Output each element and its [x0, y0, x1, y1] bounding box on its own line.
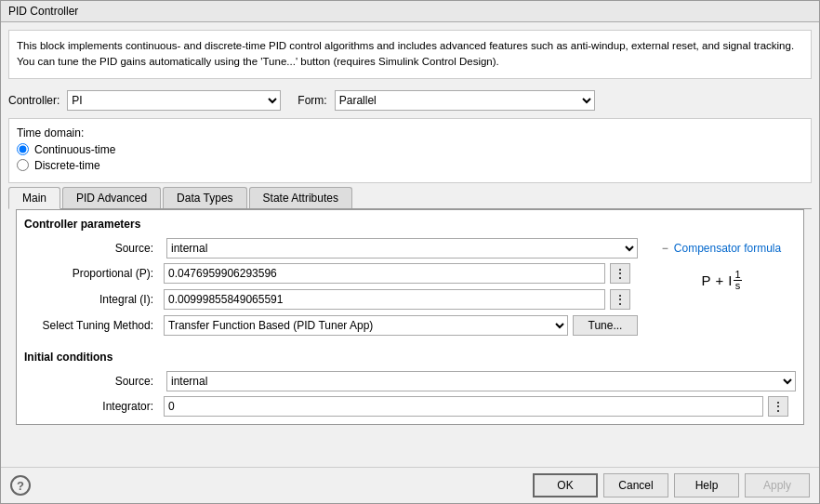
- form-label: Form:: [298, 94, 326, 107]
- tab-state-attributes[interactable]: State Attributes: [249, 187, 352, 208]
- integral-input[interactable]: [164, 289, 605, 310]
- params-left: Source: internal external Proportional (…: [24, 238, 638, 341]
- controller-form-row: Controller: PI P PID PD Form: Parallel I…: [1, 86, 819, 114]
- time-domain-box: Time domain: Continuous-time Discrete-ti…: [8, 118, 812, 183]
- help-button[interactable]: Help: [674, 473, 739, 497]
- help-icon-button[interactable]: ?: [10, 475, 31, 496]
- form-select[interactable]: Parallel Ideal: [335, 90, 595, 111]
- main-panel-wrapper: Controller parameters Source: internal e…: [8, 209, 812, 468]
- init-source-select[interactable]: internal external: [166, 371, 796, 391]
- tabs-bar: Main PID Advanced Data Types State Attri…: [8, 187, 812, 209]
- pid-controller-window: PID Controller This block implements con…: [0, 0, 820, 504]
- content-area: This block implements continuous- and di…: [1, 22, 819, 503]
- tab-main[interactable]: Main: [8, 187, 60, 209]
- compensator-formula: P + I 1 s: [701, 270, 741, 291]
- title-bar: PID Controller: [1, 1, 819, 22]
- ok-button[interactable]: OK: [533, 473, 598, 497]
- tuning-label: Select Tuning Method:: [24, 319, 159, 332]
- window-title: PID Controller: [8, 5, 78, 18]
- tab-data-types[interactable]: Data Types: [163, 187, 246, 208]
- tune-button[interactable]: Tune...: [573, 315, 638, 336]
- main-panel: Controller parameters Source: internal e…: [16, 209, 804, 425]
- tuning-select[interactable]: Transfer Function Based (PID Tuner App) …: [164, 315, 568, 336]
- params-source-row: Source: internal external: [24, 238, 638, 259]
- params-source-label: Source:: [24, 242, 159, 255]
- continuous-time-row: Continuous-time: [17, 143, 803, 156]
- compensator-link-text: Compensator formula: [674, 242, 781, 255]
- initial-conditions-section: Initial conditions Source: internal exte…: [24, 351, 796, 417]
- proportional-dots-button[interactable]: ⋮: [610, 263, 630, 284]
- tuning-row: Select Tuning Method: Transfer Function …: [24, 315, 638, 336]
- continuous-radio[interactable]: [17, 143, 29, 155]
- collapse-icon: −: [662, 242, 668, 255]
- integrator-label: Integrator:: [24, 400, 159, 413]
- integrator-row: Integrator: ⋮: [24, 396, 796, 417]
- formula-denominator: s: [734, 281, 742, 291]
- init-source-label: Source:: [24, 375, 159, 388]
- apply-button[interactable]: Apply: [745, 473, 810, 497]
- controller-label: Controller:: [8, 94, 60, 107]
- bottom-bar: ? OK Cancel Help Apply: [1, 467, 819, 503]
- controller-params-header: Controller parameters: [24, 218, 796, 231]
- controller-select[interactable]: PI P PID PD: [67, 90, 281, 111]
- discrete-time-row: Discrete-time: [17, 159, 803, 172]
- time-domain-label: Time domain:: [17, 126, 803, 139]
- proportional-row: Proportional (P): ⋮: [24, 263, 638, 284]
- bottom-right-buttons: OK Cancel Help Apply: [533, 473, 810, 497]
- integral-dots-button[interactable]: ⋮: [610, 289, 630, 310]
- params-source-select[interactable]: internal external: [166, 238, 638, 259]
- params-right: − Compensator formula P + I 1 s: [647, 238, 796, 291]
- help-icon-text: ?: [17, 479, 24, 493]
- formula-p: P: [701, 272, 710, 288]
- formula-plus: +: [715, 272, 723, 288]
- continuous-label: Continuous-time: [34, 143, 115, 156]
- integral-label: Integral (I):: [24, 293, 159, 306]
- formula-numerator: 1: [734, 270, 741, 281]
- proportional-label: Proportional (P):: [24, 267, 159, 280]
- integral-row: Integral (I): ⋮: [24, 289, 638, 310]
- tab-pid-advanced[interactable]: PID Advanced: [62, 187, 161, 208]
- discrete-label: Discrete-time: [34, 159, 100, 172]
- initial-conditions-header: Initial conditions: [24, 351, 796, 364]
- formula-i: I: [728, 272, 732, 288]
- init-source-row: Source: internal external: [24, 371, 796, 391]
- cancel-button[interactable]: Cancel: [603, 473, 668, 497]
- integrator-input[interactable]: [164, 396, 763, 417]
- controller-params-inner: Source: internal external Proportional (…: [24, 238, 796, 341]
- description-box: This block implements continuous- and di…: [8, 30, 812, 79]
- integrator-dots-button[interactable]: ⋮: [768, 396, 788, 417]
- formula-fraction: 1 s: [734, 270, 741, 291]
- compensator-formula-link[interactable]: − Compensator formula: [662, 242, 781, 255]
- proportional-input[interactable]: [164, 263, 605, 284]
- discrete-radio[interactable]: [17, 159, 29, 171]
- description-text: This block implements continuous- and di…: [17, 40, 794, 67]
